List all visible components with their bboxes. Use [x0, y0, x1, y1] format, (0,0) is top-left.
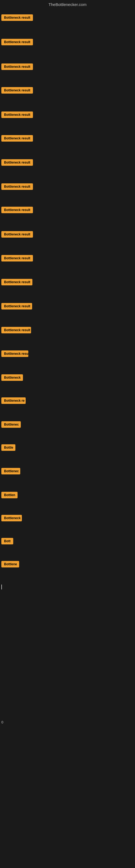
bottleneck-item-16: Bottleneck [1, 374, 23, 382]
bottleneck-item-23: Bott [1, 538, 13, 546]
bottleneck-badge[interactable]: Bottleneck result [1, 63, 33, 70]
bottleneck-badge[interactable]: Bottleneck result [1, 327, 31, 333]
small-character: 0 [1, 720, 3, 724]
bottleneck-badge[interactable]: Bottleneck [1, 374, 23, 381]
bottleneck-badge[interactable]: Bottleneck resu [1, 350, 28, 357]
bottleneck-badge[interactable]: Bottleneck result [1, 279, 32, 285]
bottleneck-item-12: Bottleneck result [1, 279, 32, 286]
bottleneck-badge[interactable]: Bottleneck result [1, 135, 33, 142]
bottleneck-item-20: Bottlenec [1, 468, 20, 475]
page-wrapper: TheBottlenecker.com Bottleneck resultBot… [0, 0, 135, 868]
bottleneck-item-4: Bottleneck result [1, 87, 33, 95]
bottleneck-badge[interactable]: Bottlene [1, 561, 19, 567]
bottleneck-item-7: Bottleneck result [1, 159, 33, 167]
bottleneck-item-17: Bottleneck re [1, 397, 26, 405]
bottleneck-badge[interactable]: Bottleneck result [1, 87, 33, 94]
site-header: TheBottlenecker.com [0, 0, 135, 10]
bottleneck-badge[interactable]: Bottleneck result [1, 183, 33, 190]
bottleneck-item-8: Bottleneck result [1, 183, 33, 191]
bottleneck-badge[interactable]: Bottleneck result [1, 159, 33, 166]
bottleneck-item-18: Bottlenec [1, 421, 21, 429]
bottleneck-item-24: Bottlene [1, 561, 19, 568]
bottleneck-badge[interactable]: Bottlenec [1, 468, 20, 474]
bottleneck-item-19: Bottle [1, 444, 15, 452]
bottleneck-badge[interactable]: Bottleneck result [1, 39, 33, 45]
site-title: TheBottlenecker.com [49, 2, 87, 7]
bottleneck-badge[interactable]: Bottleneck re [1, 397, 26, 404]
bottleneck-badge[interactable]: Bottlenec [1, 421, 21, 428]
bottleneck-item-1: Bottleneck result [1, 14, 33, 22]
bottleneck-badge[interactable]: Bottleneck result [1, 112, 33, 118]
bottleneck-item-22: Bottleneck [1, 515, 22, 522]
bottleneck-item-14: Bottleneck result [1, 327, 31, 335]
bottleneck-item-11: Bottleneck result [1, 255, 33, 262]
bottleneck-badge[interactable]: Bott [1, 538, 13, 545]
bottleneck-item-5: Bottleneck result [1, 112, 33, 119]
bottleneck-item-15: Bottleneck resu [1, 350, 28, 358]
bottleneck-item-10: Bottleneck result [1, 231, 33, 239]
bottleneck-badge[interactable]: Bottle [1, 444, 15, 451]
bottleneck-badge[interactable]: Bottleneck result [1, 14, 33, 21]
bottleneck-item-6: Bottleneck result [1, 135, 33, 143]
bottleneck-item-9: Bottleneck result [1, 207, 33, 214]
bottleneck-item-3: Bottleneck result [1, 63, 33, 71]
bottleneck-badge[interactable]: Bottleneck result [1, 303, 32, 310]
bottleneck-badge[interactable]: Bottleneck result [1, 207, 33, 213]
bottleneck-badge[interactable]: Bottleneck [1, 515, 22, 521]
bottleneck-badge[interactable]: Bottleneck result [1, 255, 33, 261]
bottleneck-item-2: Bottleneck result [1, 39, 33, 46]
bottleneck-item-13: Bottleneck result [1, 303, 32, 311]
bottleneck-item-21: Bottlen [1, 492, 17, 499]
bottleneck-badge[interactable]: Bottleneck result [1, 231, 33, 238]
bottleneck-badge[interactable]: Bottlen [1, 492, 17, 498]
cursor-indicator [1, 585, 2, 589]
